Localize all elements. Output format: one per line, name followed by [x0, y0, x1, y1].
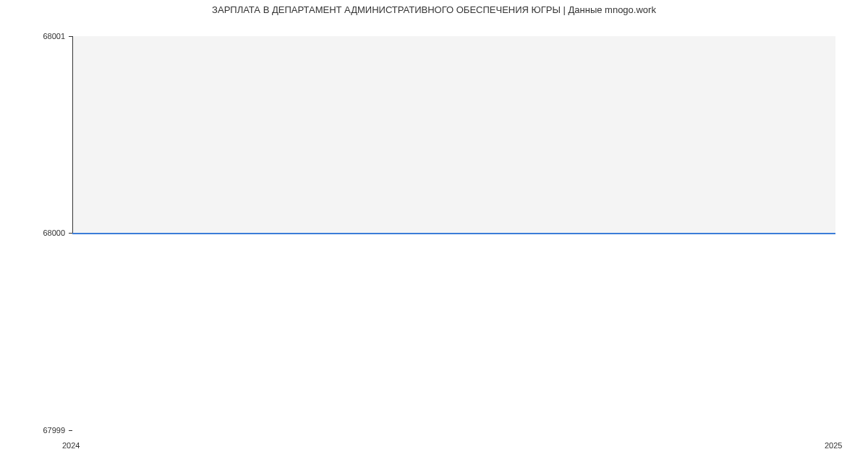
- y-tick-mark: [69, 36, 72, 37]
- chart-container: ЗАРПЛАТА В ДЕПАРТАМЕНТ АДМИНИСТРАТИВНОГО…: [0, 0, 868, 470]
- x-tick-label: 2024: [62, 441, 80, 450]
- y-tick-mark: [69, 430, 72, 431]
- chart-title: ЗАРПЛАТА В ДЕПАРТАМЕНТ АДМИНИСТРАТИВНОГО…: [0, 0, 868, 15]
- line-fill-below: [72, 234, 835, 430]
- y-tick-label: 67999: [0, 426, 65, 435]
- data-line: [72, 233, 835, 234]
- x-tick-label: 2025: [825, 441, 842, 450]
- y-tick-label: 68001: [0, 32, 65, 40]
- y-tick-mark: [69, 233, 72, 234]
- y-tick-label: 68000: [0, 228, 65, 237]
